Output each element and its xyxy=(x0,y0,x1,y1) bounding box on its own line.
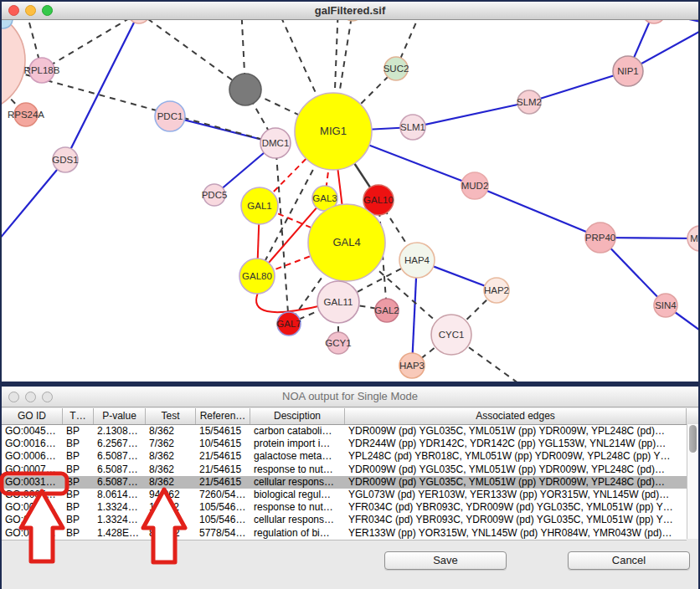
node-green_top[interactable] xyxy=(342,20,363,21)
graph-edge-blue xyxy=(65,20,139,160)
table-row[interactable]: GO:0045…BP2.1308…8/36215/54615carbon cat… xyxy=(2,425,687,438)
node-label-SIN4: SIN4 xyxy=(655,300,677,310)
graph-edge-gray_dash xyxy=(139,20,245,90)
cell-type: BP xyxy=(63,438,94,450)
node-top_peach[interactable] xyxy=(128,20,150,23)
cell-go: GO:0031… xyxy=(2,514,63,526)
cell-ref: 21/54615 xyxy=(196,464,250,476)
table-row[interactable]: GO:0065…BP8.0614…94/3627260/54…biologica… xyxy=(2,489,687,501)
cell-desc: cellular respons… xyxy=(250,476,345,489)
cell-pvalue: 6.5087… xyxy=(94,464,146,476)
zoom-button[interactable] xyxy=(42,392,53,402)
cell-go: GO:0031… xyxy=(2,476,63,489)
cancel-button[interactable]: Cancel xyxy=(568,551,690,570)
node-label-SLM1: SLM1 xyxy=(400,122,425,132)
node-label-MUD2: MUD2 xyxy=(461,181,489,191)
node-label-GDS1: GDS1 xyxy=(52,155,78,165)
graph-edge-blue xyxy=(475,186,600,238)
cell-desc: response to nut… xyxy=(250,501,345,514)
cell-pvalue: 1.3324… xyxy=(94,501,146,514)
cell-pvalue: 8.0614… xyxy=(94,489,146,501)
cell-edges: YDR009W (pd) YGL035C, YML051W (pp) YDR00… xyxy=(345,464,687,476)
node-label-GAL7: GAL7 xyxy=(276,319,301,329)
cell-test: 8/362 xyxy=(146,450,196,463)
save-button[interactable]: Save xyxy=(384,551,507,570)
table-row[interactable]: GO:0050…BP1.428E…80/3625778/54…regulatio… xyxy=(2,527,687,540)
cell-pvalue: 1.3324… xyxy=(94,514,146,526)
cell-pvalue: 2.1308… xyxy=(94,425,146,438)
close-button[interactable] xyxy=(8,392,19,402)
column-header-pvalue[interactable]: P-value xyxy=(94,408,146,424)
node-label-PRP40: PRP40 xyxy=(585,233,615,243)
node-label-GAL1: GAL1 xyxy=(247,201,271,211)
cell-type: BP xyxy=(63,489,94,501)
cell-type: BP xyxy=(63,501,94,514)
table-row[interactable]: GO:0016…BP6.2567…7/36210/54615protein im… xyxy=(2,438,687,450)
node-label-MIG1: MIG1 xyxy=(320,125,347,137)
network-window-titlebar[interactable]: galFiltered.sif xyxy=(2,2,698,20)
cell-ref: 10/54615 xyxy=(196,438,250,450)
table-row[interactable]: GO:0031…BP1.3324…11/362105/546…response … xyxy=(2,501,687,514)
noa-window-title: NOA output for Single Mode xyxy=(282,390,418,402)
dialog-button-bar: Save Cancel xyxy=(2,544,698,589)
network-graph: RPL18BRPS24AGDS1PDC1PDC5DMC1MIG1SUC2SLM1… xyxy=(2,20,698,382)
scrollbar-thumb[interactable] xyxy=(689,425,697,453)
cell-test: 94/362 xyxy=(146,489,196,501)
column-header-desc[interactable]: Desciption xyxy=(250,408,345,424)
table-header-row: GO IDT…P-valueTestReferen…DesciptionAsso… xyxy=(2,408,698,425)
node-label-HAP3: HAP3 xyxy=(399,361,425,371)
network-window: galFiltered.sif RPL18BRPS24AGDS1PDC1PDC5… xyxy=(2,2,698,382)
node-label-CYC1: CYC1 xyxy=(439,330,465,340)
cell-edges: YDR009W (pd) YGL035C, YML051W (pp) YDR00… xyxy=(345,425,687,438)
noa-window-titlebar[interactable]: NOA output for Single Mode xyxy=(2,387,698,407)
network-canvas[interactable]: RPL18BRPS24AGDS1PDC1PDC5DMC1MIG1SUC2SLM1… xyxy=(2,20,698,382)
cell-go: GO:0050… xyxy=(2,527,63,540)
column-header-go[interactable]: GO ID xyxy=(2,408,63,424)
cell-go: GO:0031… xyxy=(2,501,63,514)
cell-ref: 5778/54… xyxy=(196,527,250,540)
screen: { "graph_window": { "title": "galFiltere… xyxy=(0,0,700,589)
node-label-MSL: MSL xyxy=(690,233,698,243)
cell-ref: 105/546… xyxy=(196,501,250,514)
minimize-button[interactable] xyxy=(25,392,36,402)
node-label-GAL80: GAL80 xyxy=(242,271,272,281)
graph-edge-gray_dash xyxy=(275,143,289,324)
cell-edges: YFR034C (pd) YBR093C, YDR009W (pd) YGL03… xyxy=(345,501,687,514)
column-header-edges[interactable]: Associated edges xyxy=(345,408,687,424)
cell-desc: cellular respons… xyxy=(250,514,345,526)
cell-edges: YPL248C (pd) YBR018C, YML051W (pp) YDR00… xyxy=(345,450,687,463)
cell-ref: 21/54615 xyxy=(196,450,250,463)
table-row[interactable]: GO:0007…BP6.5087…8/36221/54615response t… xyxy=(2,464,687,476)
node-big_pink[interactable] xyxy=(2,20,25,112)
minimize-button[interactable] xyxy=(25,5,36,16)
cell-pvalue: 1.428E… xyxy=(94,527,146,540)
cell-go: GO:0006… xyxy=(2,450,63,463)
table-row[interactable]: GO:0006…BP6.5087…8/36221/54615galactose … xyxy=(2,450,687,463)
table-row[interactable]: GO:0031…BP1.3324…11/362105/546…cellular … xyxy=(2,514,687,526)
cell-desc: biological regul… xyxy=(250,489,345,501)
cell-test: 80/362 xyxy=(146,527,196,540)
noa-results-table: GO IDT…P-valueTestReferen…DesciptionAsso… xyxy=(2,408,698,540)
cell-edges: YGL073W (pd) YER103W, YER133W (pp) YOR31… xyxy=(345,489,687,501)
cell-type: BP xyxy=(63,527,94,540)
cell-type: BP xyxy=(63,514,94,526)
node-label-GAL3: GAL3 xyxy=(312,193,337,203)
cell-type: BP xyxy=(63,464,94,476)
cell-type: BP xyxy=(63,425,94,438)
node-label-HAP2: HAP2 xyxy=(484,285,509,295)
close-button[interactable] xyxy=(8,5,19,16)
cell-test: 8/362 xyxy=(146,464,196,476)
cell-pvalue: 6.5087… xyxy=(94,476,146,489)
cell-type: BP xyxy=(63,476,94,489)
table-row[interactable]: GO:0031…BP6.5087…8/36221/54615cellular r… xyxy=(2,476,687,489)
column-header-type[interactable]: T… xyxy=(63,408,94,424)
zoom-button[interactable] xyxy=(42,5,53,16)
cell-pvalue: 6.2567… xyxy=(94,438,146,450)
node-pink_top_right[interactable] xyxy=(642,20,666,23)
column-header-test[interactable]: Test xyxy=(146,408,196,424)
column-header-ref[interactable]: Referen… xyxy=(196,408,250,424)
node-label-PDC5: PDC5 xyxy=(202,190,228,200)
node-gray_node[interactable] xyxy=(229,74,261,105)
vertical-scrollbar[interactable] xyxy=(687,424,698,539)
cell-go: GO:0065… xyxy=(2,489,63,501)
